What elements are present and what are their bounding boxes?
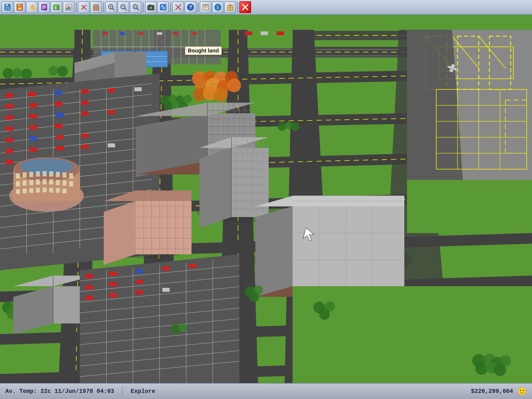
svg-rect-140: [5, 93, 13, 98]
city-scene: [0, 15, 532, 383]
screenshot-button[interactable]: [145, 1, 157, 13]
svg-rect-24: [94, 5, 95, 6]
svg-point-38: [150, 7, 152, 9]
svg-rect-194: [23, 189, 27, 193]
svg-rect-345: [109, 272, 117, 276]
svg-rect-105: [120, 32, 125, 35]
separator-5: [198, 2, 198, 12]
svg-rect-163: [29, 148, 37, 152]
news-button[interactable]: NEWS: [200, 1, 211, 13]
svg-rect-159: [29, 136, 37, 141]
svg-rect-154: [108, 110, 115, 114]
svg-marker-259: [231, 148, 269, 217]
svg-point-358: [249, 292, 259, 302]
svg-rect-178: [36, 171, 40, 177]
svg-rect-185: [23, 180, 27, 186]
svg-rect-186: [29, 180, 33, 185]
hand-tool-button[interactable]: ✋: [26, 1, 38, 13]
svg-rect-374: [261, 31, 268, 35]
stats-button[interactable]: [63, 1, 74, 13]
svg-rect-199: [56, 188, 60, 193]
svg-rect-349: [85, 285, 93, 289]
svg-rect-18: [68, 6, 69, 10]
build-button[interactable]: [90, 1, 102, 13]
svg-marker-278: [255, 206, 293, 297]
zoom-out-button[interactable]: [118, 1, 129, 13]
svg-rect-161: [81, 134, 89, 138]
separator-2: [103, 2, 104, 12]
terrain-button[interactable]: [172, 1, 184, 13]
svg-rect-149: [81, 101, 89, 105]
book-button[interactable]: [38, 1, 50, 13]
svg-marker-118: [114, 52, 146, 79]
load-button[interactable]: [14, 1, 26, 13]
svg-rect-15: [53, 5, 59, 6]
svg-point-213: [13, 68, 22, 78]
svg-rect-145: [134, 87, 142, 91]
svg-rect-179: [43, 171, 47, 176]
svg-rect-175: [16, 173, 20, 178]
svg-rect-200: [63, 189, 66, 193]
svg-rect-197: [43, 188, 47, 192]
svg-rect-350: [109, 282, 117, 286]
svg-rect-162: [5, 149, 13, 153]
save-button[interactable]: [2, 1, 13, 13]
svg-rect-142: [55, 91, 63, 95]
gifts-button[interactable]: [224, 1, 236, 13]
status-divider-1: [122, 386, 123, 396]
svg-rect-188: [43, 179, 47, 184]
svg-point-364: [319, 309, 330, 320]
finance-button[interactable]: $: [51, 1, 62, 13]
svg-rect-196: [36, 188, 40, 193]
svg-rect-84: [0, 30, 74, 48]
help-button[interactable]: ?: [185, 1, 196, 13]
svg-line-31: [124, 8, 126, 10]
svg-rect-182: [63, 172, 66, 178]
svg-rect-3: [6, 8, 9, 9]
demolish-button[interactable]: [78, 1, 90, 13]
svg-line-27: [112, 8, 114, 10]
game-viewport[interactable]: Bought land: [0, 15, 532, 383]
svg-rect-184: [16, 181, 20, 186]
temperature-display: Av. Temp: 22c 11/Jun/1978 04:03: [5, 388, 114, 395]
svg-marker-279: [293, 206, 404, 286]
svg-rect-352: [85, 296, 93, 300]
svg-rect-193: [16, 189, 20, 194]
separator-4: [170, 2, 171, 12]
svg-rect-158: [5, 138, 13, 142]
svg-rect-157: [55, 124, 63, 128]
svg-rect-19: [69, 7, 70, 10]
svg-point-212: [3, 68, 13, 79]
svg-rect-165: [81, 145, 89, 149]
info-button[interactable]: i: [212, 1, 224, 13]
svg-rect-106: [138, 32, 144, 35]
svg-rect-346: [136, 269, 143, 273]
svg-rect-109: [192, 32, 197, 35]
rotate-button[interactable]: [157, 1, 169, 13]
svg-point-226: [291, 122, 300, 131]
svg-rect-344: [85, 274, 93, 279]
svg-text:1:1: 1:1: [134, 5, 138, 8]
close-button[interactable]: [239, 1, 251, 13]
svg-rect-164: [56, 146, 64, 150]
svg-rect-191: [63, 180, 66, 186]
svg-rect-143: [81, 89, 89, 93]
svg-rect-6: [18, 7, 22, 10]
svg-point-214: [21, 69, 32, 79]
svg-rect-87: [247, 30, 293, 48]
svg-rect-5: [18, 4, 20, 6]
separator-1: [76, 2, 77, 12]
svg-rect-156: [29, 125, 37, 130]
svg-marker-291: [104, 201, 136, 265]
svg-point-211: [214, 88, 228, 102]
svg-rect-17: [66, 8, 67, 10]
svg-rect-198: [49, 188, 53, 193]
svg-rect-153: [81, 111, 89, 115]
svg-rect-151: [29, 114, 37, 118]
zoom-standard-button[interactable]: 1:1: [130, 1, 142, 13]
svg-rect-1: [6, 4, 8, 6]
zoom-in-button[interactable]: [105, 1, 117, 13]
svg-rect-107: [157, 32, 162, 35]
svg-rect-355: [162, 288, 170, 292]
svg-text:?: ?: [189, 5, 192, 10]
